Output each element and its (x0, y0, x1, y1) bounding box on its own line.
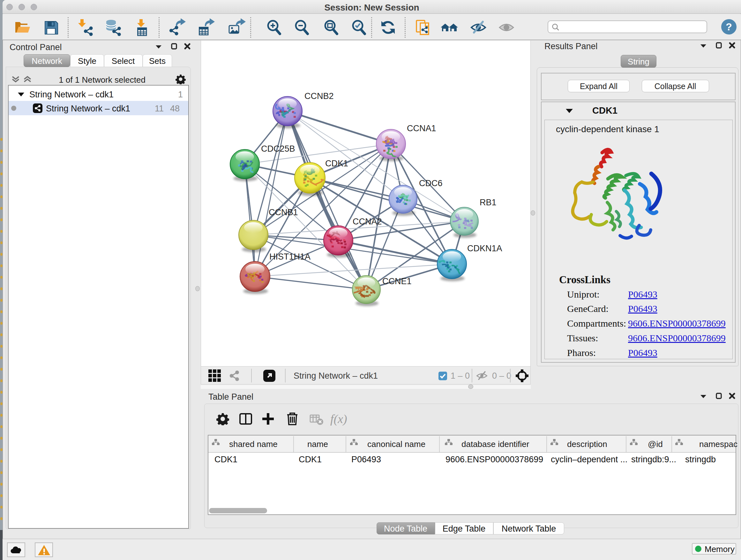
svg-text:HIST1H1A: HIST1H1A (269, 252, 311, 261)
svg-text:CCNB1: CCNB1 (269, 207, 298, 217)
svg-text:CCNE1: CCNE1 (382, 276, 412, 286)
svg-text:?: ? (726, 21, 732, 33)
svg-text:RB1: RB1 (480, 198, 496, 207)
svg-text:CCNA1: CCNA1 (407, 124, 436, 133)
svg-text:CDKN1A: CDKN1A (467, 244, 502, 253)
svg-text:CCNA2: CCNA2 (353, 217, 382, 226)
svg-text:CCNB2: CCNB2 (305, 91, 334, 101)
svg-text:CDC25B: CDC25B (261, 144, 295, 153)
svg-text:CDK1: CDK1 (325, 159, 348, 168)
svg-text:CDC6: CDC6 (419, 179, 443, 188)
